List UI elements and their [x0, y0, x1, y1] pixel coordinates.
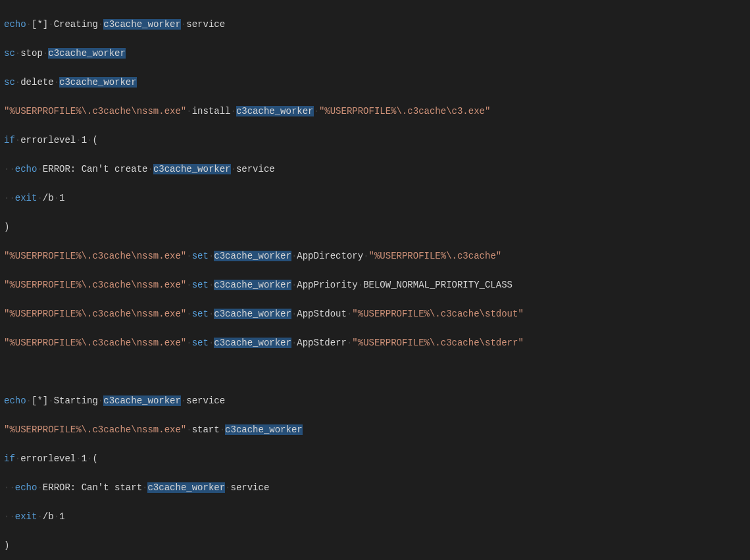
code-line: sc·delete·c3cache_worker [4, 75, 746, 89]
code-line: "%USERPROFILE%\.c3cache\nssm.exe"·set·c3… [4, 249, 746, 263]
keyword-echo: echo [4, 19, 26, 30]
code-line: ··echo·ERROR: Can't start·c3cache_worker… [4, 480, 746, 495]
highlighted-text: c3cache_worker [103, 19, 181, 30]
code-line: if·errorlevel·1·( [4, 133, 746, 147]
code-line: ) [4, 538, 746, 553]
code-line: "%USERPROFILE%\.c3cache\nssm.exe"·set·c3… [4, 278, 746, 292]
code-line: "%USERPROFILE%\.c3cache\nssm.exe"·start·… [4, 422, 746, 437]
code-line: "%USERPROFILE%\.c3cache\nssm.exe"·set·c3… [4, 307, 746, 321]
code-line [4, 365, 746, 379]
code-line: ··echo·ERROR: Can't create·c3cache_worke… [4, 162, 746, 176]
code-line: echo·[*]·Starting·c3cache_worker·service [4, 394, 746, 408]
code-editor[interactable]: echo·[*]·Creating·c3cache_worker·service… [0, 0, 750, 560]
code-line: if·errorlevel·1·( [4, 451, 746, 466]
code-line: "%USERPROFILE%\.c3cache\nssm.exe"·instal… [4, 104, 746, 118]
code-line: ) [4, 220, 746, 234]
code-line: echo·[*]·Creating·c3cache_worker·service [4, 17, 746, 32]
code-line: "%USERPROFILE%\.c3cache\nssm.exe"·set·c3… [4, 336, 746, 350]
code-line: sc·stop·c3cache_worker [4, 46, 746, 61]
code-line: ··exit·/b·1 [4, 509, 746, 524]
code-line: ··exit·/b·1 [4, 191, 746, 205]
